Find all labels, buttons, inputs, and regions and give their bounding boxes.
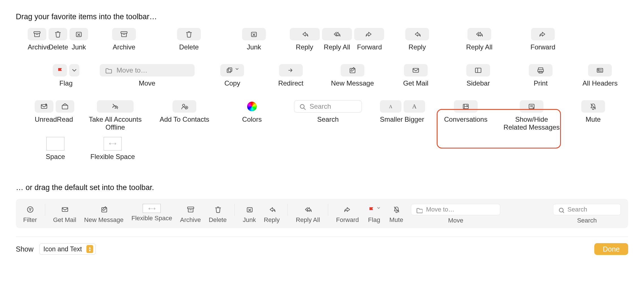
item-reply-replyall-forward-group[interactable]: Reply Reply All Forward <box>286 28 388 51</box>
get-mail-label: Get Mail <box>403 79 428 87</box>
item-mute[interactable]: Mute <box>565 100 621 123</box>
flag-label: Flag <box>59 79 73 87</box>
item-flexible-space[interactable]: Flexible Space <box>90 137 135 161</box>
search-field[interactable]: Search <box>553 204 621 215</box>
dt-junk[interactable]: Junk <box>243 204 256 224</box>
get-mail-label: Get Mail <box>53 216 76 224</box>
search-placeholder: Search <box>567 206 587 213</box>
item-redirect[interactable]: Redirect <box>261 64 320 87</box>
move-label: Move <box>448 217 464 224</box>
mute-label: Mute <box>389 216 403 224</box>
stepper-icon: ▲▼ <box>86 245 93 253</box>
item-flag[interactable]: Flag <box>41 64 91 87</box>
item-forward[interactable]: Forward <box>512 28 574 51</box>
delete-label: Delete <box>209 216 227 224</box>
item-copy[interactable]: Copy <box>203 64 261 87</box>
item-sidebar[interactable]: Sidebar <box>447 64 509 87</box>
reply-icon <box>405 28 429 40</box>
item-new-message[interactable]: New Message <box>320 64 384 87</box>
dt-get-mail[interactable]: Get Mail <box>53 204 76 224</box>
item-move[interactable]: Move to… Move <box>91 64 203 87</box>
sidebar-icon <box>466 64 490 77</box>
item-archive-delete-junk-group[interactable]: Archive Delete Junk <box>24 28 92 51</box>
item-reply-all[interactable]: Reply All <box>447 28 512 51</box>
item-archive[interactable]: Archive <box>92 28 156 51</box>
item-junk[interactable]: Junk <box>221 28 286 51</box>
item-unread-read-group[interactable]: Unread Read <box>28 100 81 123</box>
dt-flag[interactable]: Flag <box>367 204 381 224</box>
dt-new-message[interactable]: New Message <box>84 204 123 224</box>
item-add-contacts[interactable]: Add To Contacts <box>149 100 220 123</box>
move-to-placeholder: Move to… <box>117 66 147 74</box>
junk-label: Junk <box>247 43 261 51</box>
items-row-2: Flag Move to… Move Copy Redirect New Mes… <box>41 64 628 87</box>
headers-icon <box>588 64 612 77</box>
item-smaller-bigger-group[interactable]: Smaller Bigger <box>372 100 433 123</box>
reply-label: Reply <box>290 43 319 51</box>
filter-icon <box>26 204 34 215</box>
items-row-3: Unread Read Take All Accounts Offline Ad… <box>28 100 628 131</box>
forward-icon <box>343 204 352 215</box>
redirect-icon <box>279 64 303 77</box>
colors-label: Colors <box>242 115 262 123</box>
dt-move[interactable]: Move to… Move <box>411 204 500 224</box>
separator <box>234 204 235 216</box>
redirect-label: Redirect <box>278 79 303 87</box>
dt-flexible-space[interactable]: Flexible Space <box>131 204 172 222</box>
move-to-field[interactable]: Move to… <box>100 64 195 77</box>
forward-label: Forward <box>336 216 359 224</box>
add-contacts-label: Add To Contacts <box>160 115 209 123</box>
color-wheel-icon <box>243 100 260 113</box>
dt-delete[interactable]: Delete <box>209 204 227 224</box>
item-conversations[interactable]: Conversations <box>433 100 498 123</box>
dt-reply[interactable]: Reply <box>264 204 280 224</box>
search-icon <box>298 102 306 110</box>
forward-icon <box>531 28 555 40</box>
dt-reply-all[interactable]: Reply All <box>296 204 320 224</box>
items-row-1: Archive Delete Junk Archive Delete Junk <box>24 28 628 51</box>
item-all-headers[interactable]: All Headers <box>572 64 628 87</box>
trash-icon <box>49 28 67 40</box>
default-toolbar[interactable]: Filter Get Mail New Message Flexible Spa… <box>16 199 628 228</box>
dt-forward[interactable]: Forward <box>336 204 359 224</box>
all-headers-label: All Headers <box>582 79 617 87</box>
dt-mute[interactable]: Mute <box>389 204 403 224</box>
unread-label: Unread <box>35 115 53 123</box>
item-delete[interactable]: Delete <box>156 28 221 51</box>
copy-icon <box>220 64 244 77</box>
offline-icon <box>97 100 134 113</box>
item-offline[interactable]: Take All Accounts Offline <box>81 100 149 131</box>
reply-all-label: Reply All <box>296 216 320 224</box>
item-colors[interactable]: Colors <box>220 100 284 123</box>
done-button[interactable]: Done <box>594 243 628 255</box>
reply-label: Reply <box>408 43 426 51</box>
item-reply[interactable]: Reply <box>388 28 447 51</box>
dt-archive[interactable]: Archive <box>180 204 201 224</box>
instruction-top: Drag your favorite items into the toolba… <box>16 12 628 21</box>
item-show-hide-related[interactable]: Show/Hide Related Messages <box>498 100 565 131</box>
trash-icon <box>177 28 201 40</box>
delete-label: Delete <box>49 43 67 51</box>
dt-filter[interactable]: Filter <box>23 204 37 224</box>
junk-icon <box>242 28 266 40</box>
dt-search[interactable]: Search Search <box>553 204 621 224</box>
move-to-field[interactable]: Move to… <box>411 204 500 215</box>
item-space[interactable]: Space <box>46 137 65 161</box>
item-print[interactable]: Print <box>510 64 572 87</box>
small-a-icon <box>380 100 401 113</box>
show-select[interactable]: Icon and Text ▲▼ <box>39 243 96 255</box>
search-field[interactable]: Search <box>294 100 362 113</box>
search-icon <box>557 206 564 213</box>
show-label: Show <box>16 245 34 253</box>
flexible-space-icon <box>104 137 122 150</box>
move-label: Move <box>139 79 155 87</box>
forward-label: Forward <box>354 43 384 51</box>
separator <box>45 204 45 216</box>
flag-label: Flag <box>368 216 380 224</box>
smaller-label: Smaller <box>380 115 401 123</box>
new-message-label: New Message <box>331 79 374 87</box>
copy-label: Copy <box>224 79 240 87</box>
item-search[interactable]: Search Search <box>284 100 372 123</box>
item-get-mail[interactable]: Get Mail <box>384 64 447 87</box>
space-box-icon <box>46 137 64 150</box>
